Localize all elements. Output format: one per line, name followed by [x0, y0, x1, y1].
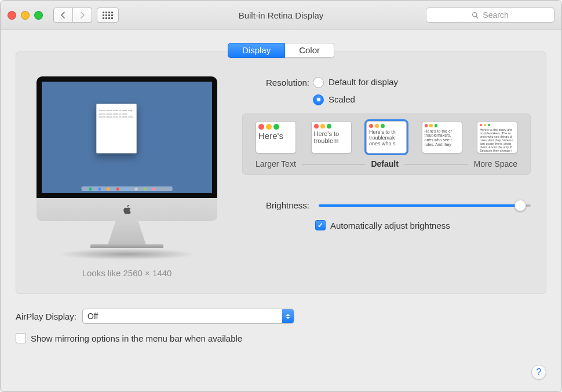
system-preferences-window: Built-in Retina Display Search Display C… — [0, 0, 562, 392]
radio-icon — [313, 77, 324, 88]
scale-option-4[interactable]: Here's to the cr troublemakers. ones who… — [422, 121, 462, 153]
auto-brightness-checkbox[interactable]: Automatically adjust brightness — [315, 220, 531, 230]
show-all-prefs-button[interactable] — [97, 8, 119, 23]
question-icon: ? — [537, 367, 542, 378]
chevron-left-icon — [60, 12, 66, 19]
radio-default-for-display[interactable]: Default for display — [313, 76, 398, 88]
zoom-icon[interactable] — [34, 11, 43, 20]
radio-icon — [313, 94, 324, 105]
radio-label: Scaled — [329, 94, 355, 105]
checkbox-icon — [16, 333, 26, 343]
bottom-section: AirPlay Display: Off Show mirroring opti… — [16, 309, 546, 343]
scale-line — [302, 164, 366, 164]
sample-text: Here's — [258, 131, 293, 141]
help-button[interactable]: ? — [531, 365, 546, 380]
airplay-label: AirPlay Display: — [16, 312, 76, 321]
show-mirroring-label: Show mirroring options in the menu bar w… — [31, 334, 242, 343]
grid-icon — [103, 12, 113, 19]
resolution-radio-group: Default for display Scaled — [313, 76, 398, 105]
close-icon[interactable] — [8, 11, 16, 20]
show-mirroring-checkbox[interactable]: Show mirroring options in the menu bar w… — [16, 333, 546, 343]
back-button[interactable] — [53, 8, 73, 23]
brightness-label: Brightness: — [242, 199, 313, 212]
display-panel: Lorem ipsum dolor sit amet adip. Lorem i… — [16, 52, 546, 294]
dock-icon — [82, 186, 173, 191]
select-caret-icon — [282, 309, 294, 323]
minimize-icon[interactable] — [21, 11, 30, 20]
nav-button-group — [53, 8, 92, 23]
search-icon — [472, 12, 479, 19]
scaled-resolution-picker: Here's Here's to troublem Here's to th t… — [242, 113, 531, 175]
scale-line — [404, 164, 468, 164]
airplay-selected-value: Off — [87, 312, 98, 321]
sample-text: Here's to the cr troublemakers. ones who… — [425, 129, 459, 147]
sample-text: Here's to troublem — [314, 130, 349, 144]
scale-label-larger: Larger Text — [256, 159, 296, 168]
scale-option-5[interactable]: Here's to the crazy one troublemakers. T… — [477, 121, 517, 153]
preferences-body: Display Color Lorem ipsum dolor sit amet… — [1, 30, 561, 391]
resolution-readout: Looks like 2560 × 1440 — [82, 268, 172, 278]
forward-button[interactable] — [73, 8, 92, 23]
tab-group: Display Color — [16, 43, 546, 52]
display-controls: Resolution: Default for display Scaled — [242, 76, 531, 278]
apple-logo-icon — [122, 205, 132, 215]
airplay-select[interactable]: Off — [82, 309, 294, 324]
auto-brightness-label: Automatically adjust brightness — [330, 221, 450, 230]
search-placeholder: Search — [483, 10, 508, 20]
scale-option-3-default[interactable]: Here's to th troublemak ones who s — [366, 121, 407, 153]
traffic-lights — [8, 11, 43, 20]
tab-color[interactable]: Color — [285, 43, 334, 58]
chevron-right-icon — [79, 12, 85, 19]
imac-illustration: Lorem ipsum dolor sit amet adip. Lorem i… — [37, 76, 217, 260]
display-preview: Lorem ipsum dolor sit amet adip. Lorem i… — [31, 76, 222, 278]
radio-label: Default for display — [329, 76, 398, 88]
tab-display[interactable]: Display — [228, 43, 285, 58]
slider-fill — [319, 204, 520, 207]
resolution-label: Resolution: — [242, 76, 313, 89]
sample-window-icon: Lorem ipsum dolor sit amet adip. Lorem i… — [96, 104, 137, 153]
titlebar: Built-in Retina Display Search — [1, 1, 561, 30]
scale-label-default: Default — [371, 159, 398, 168]
checkbox-icon — [315, 220, 326, 230]
search-input[interactable]: Search — [426, 8, 554, 23]
sample-text: Here's to th troublemak ones who s — [369, 130, 404, 147]
scale-label-more-space: More Space — [474, 159, 517, 168]
scale-option-1[interactable]: Here's — [256, 121, 296, 153]
brightness-slider[interactable] — [319, 204, 531, 207]
sample-text: Here's to the crazy one troublemakers. T… — [480, 128, 514, 152]
slider-thumb[interactable] — [514, 200, 526, 211]
scale-option-2[interactable]: Here's to troublem — [311, 121, 352, 153]
radio-scaled[interactable]: Scaled — [313, 94, 398, 105]
